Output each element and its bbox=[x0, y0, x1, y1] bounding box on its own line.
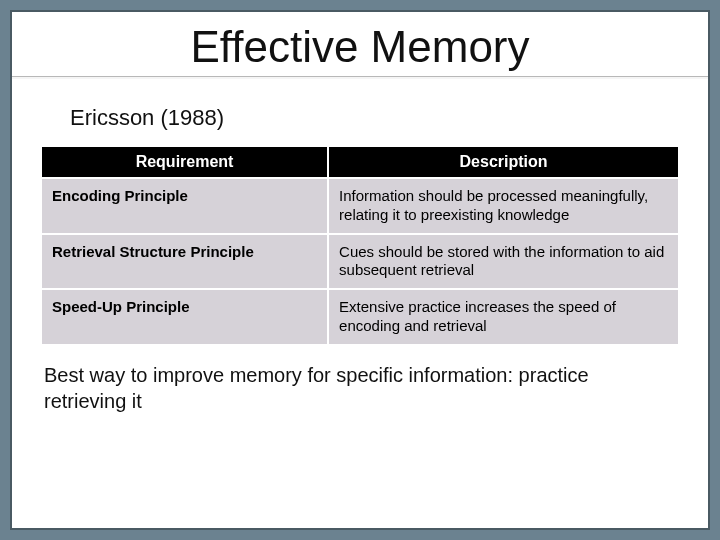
cell-description: Cues should be stored with the informati… bbox=[328, 234, 679, 290]
closing-text: Best way to improve memory for specific … bbox=[44, 362, 676, 414]
principles-table: Requirement Description Encoding Princip… bbox=[40, 145, 680, 346]
header-requirement: Requirement bbox=[41, 146, 328, 178]
cell-requirement: Speed-Up Principle bbox=[41, 289, 328, 345]
slide: Effective Memory Ericsson (1988) Require… bbox=[10, 10, 710, 530]
slide-frame: Effective Memory Ericsson (1988) Require… bbox=[0, 0, 720, 540]
cell-requirement: Encoding Principle bbox=[41, 178, 328, 234]
title-region: Effective Memory bbox=[12, 12, 708, 77]
page-title: Effective Memory bbox=[32, 22, 688, 72]
cell-description: Extensive practice increases the speed o… bbox=[328, 289, 679, 345]
table-row: Retrieval Structure Principle Cues shoul… bbox=[41, 234, 679, 290]
table-row: Speed-Up Principle Extensive practice in… bbox=[41, 289, 679, 345]
content-region: Ericsson (1988) Requirement Description … bbox=[12, 77, 708, 528]
cell-requirement: Retrieval Structure Principle bbox=[41, 234, 328, 290]
table-header-row: Requirement Description bbox=[41, 146, 679, 178]
cell-description: Information should be processed meaningf… bbox=[328, 178, 679, 234]
subheading: Ericsson (1988) bbox=[70, 105, 680, 131]
header-description: Description bbox=[328, 146, 679, 178]
table-row: Encoding Principle Information should be… bbox=[41, 178, 679, 234]
